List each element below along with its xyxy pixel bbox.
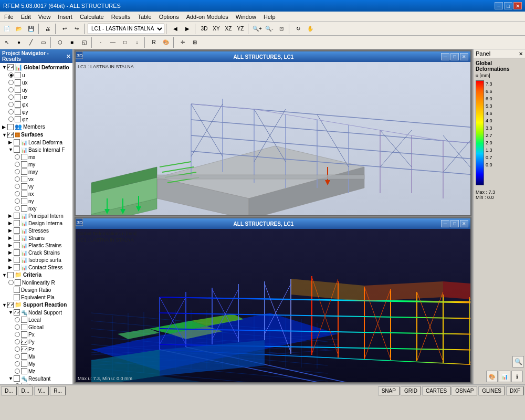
menu-item-help[interactable]: Help xyxy=(260,13,279,21)
tree-ny[interactable]: ny xyxy=(0,197,72,205)
tree-equiv-plastic[interactable]: Equivalent Pla xyxy=(0,293,72,301)
menu-item-results[interactable]: Results xyxy=(108,13,134,21)
tree-check[interactable] xyxy=(21,205,27,212)
tree-check[interactable] xyxy=(15,72,21,78)
color-toggle[interactable]: 🎨 xyxy=(160,37,172,48)
select-tool[interactable]: ↖ xyxy=(1,37,13,48)
zoom-out[interactable]: 🔍- xyxy=(264,23,275,35)
vp-maximize[interactable]: □ xyxy=(450,53,459,60)
zoom-fit[interactable]: ⊡ xyxy=(276,23,287,35)
expand-icon[interactable]: ▶ xyxy=(8,243,14,248)
tree-check[interactable] xyxy=(21,368,27,374)
tree-vx[interactable]: vx xyxy=(0,175,72,183)
tree-u[interactable]: u xyxy=(0,71,72,79)
expand-icon[interactable]: ▶ xyxy=(8,235,14,240)
tree-check[interactable] xyxy=(21,169,27,175)
new-button[interactable]: 📄 xyxy=(1,23,13,35)
tree-check[interactable] xyxy=(14,375,20,382)
tree-mz[interactable]: Mz xyxy=(0,368,72,375)
tree-check[interactable] xyxy=(7,124,14,130)
menu-item-view[interactable]: View xyxy=(35,13,54,21)
expand-icon[interactable]: ▶ xyxy=(8,265,14,270)
tree-check[interactable] xyxy=(14,235,20,241)
tree-nx[interactable]: nx xyxy=(0,190,72,197)
tree-my[interactable]: my xyxy=(0,161,72,168)
zoom-panel-button[interactable]: 🔍 xyxy=(512,356,524,368)
tree-design-internal[interactable]: ▶ 📊 Design Interna xyxy=(0,219,72,227)
vp-minimize[interactable]: ─ xyxy=(441,220,449,227)
menu-item-table[interactable]: Table xyxy=(134,13,154,21)
tree-support-reactions[interactable]: ▼ ✓ 📁 Support Reaction xyxy=(0,301,72,309)
tree-uy[interactable]: uy xyxy=(0,86,72,93)
tree-members[interactable]: ▶ 👥 Members xyxy=(0,123,72,131)
tree-vy[interactable]: vy xyxy=(0,183,72,190)
tree-phiz[interactable]: φz xyxy=(0,116,72,123)
tree-check[interactable] xyxy=(14,139,20,145)
line-tool[interactable]: ╱ xyxy=(25,37,37,48)
menu-item-file[interactable]: File xyxy=(1,13,17,21)
tree-px[interactable]: Px xyxy=(0,331,72,338)
tree-pz[interactable]: ✓ Pz xyxy=(0,345,72,353)
tree-check[interactable] xyxy=(14,146,20,153)
tree-check[interactable] xyxy=(21,176,27,182)
tree-mx[interactable]: mx xyxy=(0,153,72,161)
tree-check[interactable] xyxy=(21,154,27,160)
tree-check[interactable] xyxy=(15,116,21,122)
loadcase-combo[interactable]: LC1 - LASTNA IN STALNA xyxy=(88,24,164,34)
tree-mx2[interactable]: Mx xyxy=(0,353,72,360)
expand-icon[interactable]: ▶ xyxy=(8,250,14,255)
viewport-bottom-content[interactable]: Global Deformations u [mm] LC1 : LASTNA … xyxy=(76,229,470,382)
snap-tab[interactable]: SNAP xyxy=(378,386,400,395)
tree-phiy[interactable]: φy xyxy=(0,108,72,116)
redo-button[interactable]: ↪ xyxy=(71,23,82,35)
undo-button[interactable]: ↩ xyxy=(59,23,70,35)
close-button[interactable]: ✕ xyxy=(513,2,522,9)
tree-check[interactable] xyxy=(21,353,27,360)
tree-check[interactable]: ✓ xyxy=(7,64,14,70)
panel-icon-3[interactable]: ℹ xyxy=(511,371,523,382)
expand-icon[interactable]: ▼ xyxy=(8,376,14,381)
tree-isotropic[interactable]: ▶ 📊 Isotropic surfa xyxy=(0,256,72,264)
rotate[interactable]: ↻ xyxy=(292,23,304,35)
osnap-tab[interactable]: OSNAP xyxy=(452,386,477,395)
zoom-in[interactable]: 🔍+ xyxy=(251,23,263,35)
print-button[interactable]: 🖨 xyxy=(42,23,54,35)
show-loads[interactable]: ↓ xyxy=(131,37,143,48)
tree-check[interactable] xyxy=(21,324,27,330)
tree-check[interactable] xyxy=(15,109,21,115)
expand-icon[interactable]: ▶ xyxy=(8,140,14,145)
tree-check[interactable] xyxy=(14,257,20,263)
tree-check[interactable] xyxy=(14,249,20,256)
tree-check[interactable] xyxy=(21,161,27,167)
tree-check[interactable] xyxy=(15,279,21,286)
tree-check[interactable] xyxy=(21,317,27,323)
tree-check[interactable] xyxy=(14,264,20,270)
tree-py[interactable]: ✓ Py xyxy=(0,338,72,345)
tree-check[interactable]: ✓ xyxy=(7,302,14,308)
panel-icon-2[interactable]: 📊 xyxy=(499,371,510,382)
vp-close[interactable]: ✕ xyxy=(460,220,468,227)
view-xy[interactable]: XY xyxy=(211,23,222,35)
tree-check[interactable] xyxy=(21,183,27,190)
pan[interactable]: ✋ xyxy=(304,23,316,35)
tree-my2[interactable]: My xyxy=(0,360,72,368)
view-yz[interactable]: YZ xyxy=(235,23,246,35)
viewport-top-content[interactable]: LC1 : LASTNA IN STALNA xyxy=(76,62,470,215)
tree-check[interactable] xyxy=(21,383,27,384)
tree-check[interactable] xyxy=(7,272,14,278)
tree-check[interactable] xyxy=(14,294,20,300)
tree-crack-strains[interactable]: ▶ 📊 Crack Strains xyxy=(0,249,72,256)
nav-prev[interactable]: ◀ xyxy=(170,23,181,35)
vp-minimize[interactable]: ─ xyxy=(441,53,449,60)
snap-button[interactable]: ✛ xyxy=(177,37,188,48)
tree-criteria[interactable]: ▼ 📁 Criteria xyxy=(0,271,72,279)
expand-icon[interactable]: ▼ xyxy=(8,147,14,152)
tree-local[interactable]: Local xyxy=(0,316,72,323)
tree-contact-stress[interactable]: ▶ 📊 Contact Stress xyxy=(0,264,72,271)
results-toggle[interactable]: R xyxy=(148,37,160,48)
tree-nonlinearity[interactable]: Nonlinearity R xyxy=(0,279,72,286)
tree-check[interactable] xyxy=(21,198,27,204)
node-tool[interactable]: ● xyxy=(13,37,25,48)
expand-icon[interactable]: ▶ xyxy=(8,213,14,218)
tree-check[interactable] xyxy=(15,94,21,100)
